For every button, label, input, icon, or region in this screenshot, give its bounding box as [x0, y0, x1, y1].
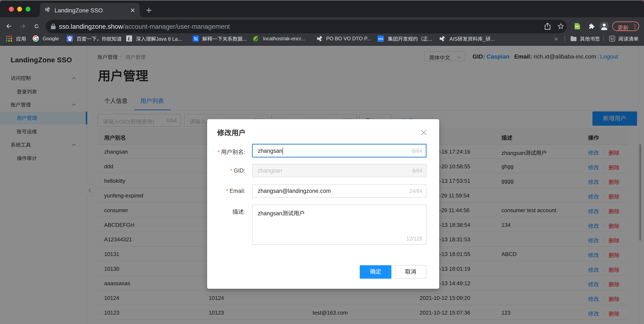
- svg-text:知: 知: [194, 36, 198, 41]
- svg-text:L: L: [128, 36, 131, 41]
